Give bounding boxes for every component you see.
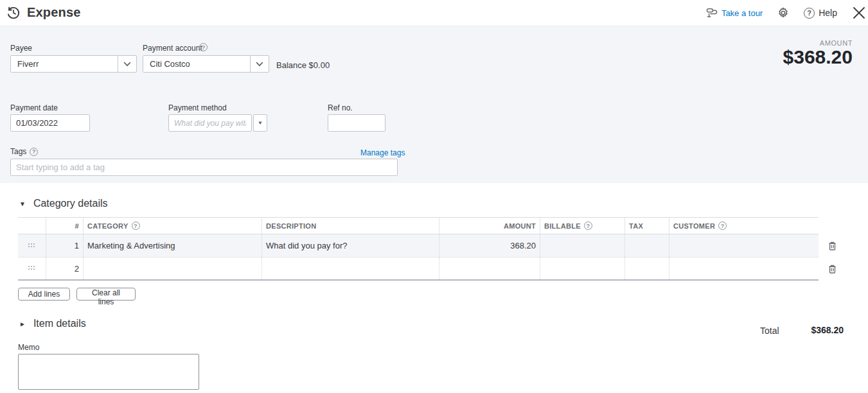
payee-value: Fiverr [10, 55, 118, 73]
payee-label: Payee [10, 44, 32, 53]
billable-help-icon[interactable]: ? [584, 222, 592, 230]
close-icon[interactable] [851, 5, 867, 21]
drag-dots-icon [28, 266, 36, 271]
description-column-header: DESCRIPTION [261, 218, 439, 234]
amount-column-header: AMOUNT [439, 218, 540, 234]
billable-column-header: BILLABLE ? [540, 218, 624, 234]
total-label: Total [760, 326, 779, 336]
category-column-header: CATEGORY ? [83, 218, 261, 234]
chevron-down-icon[interactable] [118, 55, 137, 73]
header-bar: Expense Take a tour [0, 0, 868, 26]
row-number: 2 [46, 258, 83, 279]
tags-input[interactable] [10, 159, 398, 176]
payment-account-help-icon[interactable]: ? [199, 43, 208, 51]
collapse-triangle-icon: ▼ [19, 200, 26, 207]
total-value: $368.20 [811, 325, 844, 335]
payment-account-label: Payment account [143, 44, 202, 53]
payment-method-input[interactable] [168, 114, 252, 132]
customer-cell[interactable] [669, 234, 819, 257]
payment-method-combo: ▼ [168, 114, 267, 132]
category-details-title: Category details [33, 198, 108, 209]
payment-account-value: Citi Costco [143, 55, 251, 73]
amount-value: $368.20 [783, 46, 853, 68]
tax-cell[interactable] [624, 258, 669, 279]
form-top-section: Payee Fiverr Payment account ? Citi Cost… [0, 26, 868, 183]
take-a-tour-label: Take a tour [722, 8, 763, 18]
balance-text: Balance $0.00 [276, 60, 330, 70]
tour-icon [706, 8, 718, 18]
description-cell[interactable] [261, 258, 439, 279]
memo-label: Memo [18, 343, 39, 352]
category-cell[interactable]: Marketing & Advertising [83, 234, 261, 257]
memo-textarea[interactable] [18, 354, 199, 390]
num-column-header: # [46, 218, 83, 234]
ref-no-input[interactable] [328, 114, 385, 132]
item-details-toggle[interactable]: ► Item details [19, 318, 86, 329]
category-details-toggle[interactable]: ▼ Category details [19, 198, 108, 209]
add-lines-button[interactable]: Add lines [18, 288, 70, 301]
table-row: 1 Marketing & Advertising What did you p… [18, 234, 819, 258]
description-cell[interactable]: What did you pay for? [261, 234, 439, 257]
help-button[interactable]: ? Help [804, 8, 837, 19]
item-details-title: Item details [33, 318, 86, 329]
row-number: 1 [46, 234, 83, 257]
drag-handle[interactable] [18, 258, 46, 279]
tags-label: Tags [10, 147, 26, 156]
billable-cell[interactable] [540, 258, 624, 279]
table-row: 2 [18, 258, 819, 281]
history-clock-icon[interactable] [6, 6, 21, 20]
drag-handle[interactable] [18, 234, 46, 257]
customer-column-header: CUSTOMER ? [669, 218, 819, 234]
payment-method-dropdown-button[interactable]: ▼ [253, 114, 267, 132]
payment-account-select[interactable]: Citi Costco [143, 55, 269, 73]
category-table-header: # CATEGORY ? DESCRIPTION AMOUNT BILLABLE… [18, 217, 819, 234]
clear-all-lines-button[interactable]: Clear all lines [76, 288, 136, 301]
take-a-tour-link[interactable]: Take a tour [706, 8, 763, 18]
payee-select[interactable]: Fiverr [10, 55, 137, 73]
tax-column-header: TAX [624, 218, 669, 234]
category-help-icon[interactable]: ? [132, 222, 140, 230]
billable-cell[interactable] [540, 234, 624, 257]
delete-row-icon[interactable] [826, 263, 838, 275]
category-cell[interactable] [83, 258, 261, 279]
customer-cell[interactable] [669, 258, 819, 279]
expense-form-page: Expense Take a tour [0, 0, 868, 393]
page-title: Expense [27, 5, 81, 20]
tax-cell[interactable] [624, 234, 669, 257]
amount-cell[interactable]: 368.20 [439, 234, 540, 257]
tags-help-icon[interactable]: ? [30, 148, 38, 156]
payment-date-input[interactable] [10, 114, 90, 132]
gear-icon[interactable] [777, 6, 790, 19]
drag-dots-icon [28, 243, 36, 249]
drag-column-header [18, 218, 46, 234]
payment-method-label: Payment method [168, 103, 227, 112]
delete-row-icon[interactable] [826, 240, 838, 252]
manage-tags-link[interactable]: Manage tags [360, 148, 405, 157]
help-circle-icon: ? [804, 8, 815, 19]
expand-triangle-icon: ► [19, 320, 26, 328]
chevron-down-icon[interactable] [250, 55, 269, 73]
ref-no-label: Ref no. [328, 103, 353, 112]
amount-cell[interactable] [439, 258, 540, 279]
help-label: Help [819, 8, 837, 18]
customer-help-icon[interactable]: ? [718, 222, 727, 230]
payment-date-label: Payment date [10, 103, 58, 112]
